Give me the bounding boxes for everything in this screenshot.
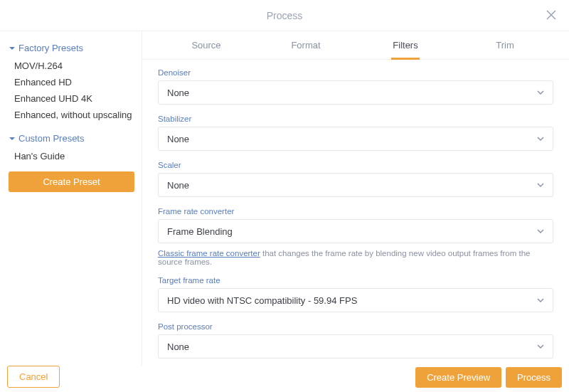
presets-sidebar: Factory Presets MOV/H.264 Enhanced HD En… <box>0 31 142 366</box>
denoiser-label: Denoiser <box>158 68 553 77</box>
denoiser-value: None <box>167 88 189 98</box>
tab-filters[interactable]: Filters <box>356 31 455 59</box>
chevron-down-icon <box>537 135 544 142</box>
factory-presets-header[interactable]: Factory Presets <box>9 43 134 53</box>
target-frame-rate-select[interactable]: HD video with NTSC compatibility - 59.94… <box>158 288 553 312</box>
process-button[interactable]: Process <box>506 367 562 388</box>
custom-presets-header[interactable]: Custom Presets <box>9 133 134 144</box>
stabilizer-field: Stabilizer None <box>158 115 553 151</box>
dialog-header: Process <box>0 0 569 31</box>
scaler-select[interactable]: None <box>158 173 553 197</box>
scaler-label: Scaler <box>158 161 553 169</box>
chevron-down-icon <box>537 181 544 189</box>
preset-item[interactable]: Han's Guide <box>9 148 134 164</box>
scaler-field: Scaler None <box>158 161 553 197</box>
chevron-down-icon <box>537 297 544 304</box>
filters-form[interactable]: Denoiser None Stabilizer None Scaler Non… <box>142 60 569 366</box>
chevron-down-icon <box>9 135 16 142</box>
chevron-down-icon <box>537 343 544 350</box>
stabilizer-value: None <box>167 134 189 144</box>
footer-actions: Create Preview Process <box>415 367 562 388</box>
scaler-value: None <box>167 180 189 191</box>
custom-presets-group: Custom Presets Han's Guide <box>9 133 134 164</box>
factory-presets-group: Factory Presets MOV/H.264 Enhanced HD En… <box>9 43 134 123</box>
dialog-footer: Cancel Create Preview Process <box>0 366 569 392</box>
close-button[interactable] <box>543 7 559 23</box>
post-processor-label: Post processor <box>158 322 553 331</box>
frame-rate-converter-select[interactable]: Frame Blending <box>158 219 553 243</box>
dialog-title: Process <box>267 10 303 21</box>
post-processor-select[interactable]: None <box>158 334 553 359</box>
target-frame-rate-field: Target frame rate HD video with NTSC com… <box>158 276 553 312</box>
frame-rate-converter-value: Frame Blending <box>167 226 233 237</box>
frame-rate-help-text: Classic frame rate converter that change… <box>158 249 553 266</box>
chevron-down-icon <box>9 45 16 52</box>
tab-format[interactable]: Format <box>256 31 356 59</box>
frame-rate-converter-field: Frame rate converter Frame Blending <box>158 207 553 243</box>
tab-trim[interactable]: Trim <box>455 31 555 59</box>
frame-rate-converter-label: Frame rate converter <box>158 207 553 216</box>
preset-item[interactable]: Enhanced UHD 4K <box>9 90 134 107</box>
cancel-button[interactable]: Cancel <box>7 366 60 388</box>
post-processor-value: None <box>167 341 189 352</box>
target-frame-rate-value: HD video with NTSC compatibility - 59.94… <box>167 295 357 306</box>
denoiser-field: Denoiser None <box>158 68 553 105</box>
tab-bar: Source Format Filters Trim <box>142 31 569 60</box>
chevron-down-icon <box>537 89 544 96</box>
post-processor-field: Post processor None <box>158 322 553 359</box>
dialog-body: Factory Presets MOV/H.264 Enhanced HD En… <box>0 31 569 366</box>
stabilizer-label: Stabilizer <box>158 115 553 123</box>
preset-item[interactable]: MOV/H.264 <box>9 58 134 74</box>
stabilizer-select[interactable]: None <box>158 127 553 151</box>
tab-source[interactable]: Source <box>156 31 256 59</box>
create-preview-button[interactable]: Create Preview <box>415 367 501 388</box>
main-panel: Source Format Filters Trim Denoiser None… <box>142 31 569 366</box>
classic-frc-link[interactable]: Classic frame rate converter <box>158 249 260 258</box>
create-preset-button[interactable]: Create Preset <box>9 171 134 192</box>
preset-item[interactable]: Enhanced, without upscaling <box>9 107 134 123</box>
chevron-down-icon <box>537 228 544 235</box>
target-frame-rate-label: Target frame rate <box>158 276 553 285</box>
denoiser-select[interactable]: None <box>158 80 553 105</box>
custom-presets-title: Custom Presets <box>18 133 84 144</box>
preset-item[interactable]: Enhanced HD <box>9 74 134 90</box>
close-icon <box>546 10 556 20</box>
factory-presets-title: Factory Presets <box>18 43 83 53</box>
